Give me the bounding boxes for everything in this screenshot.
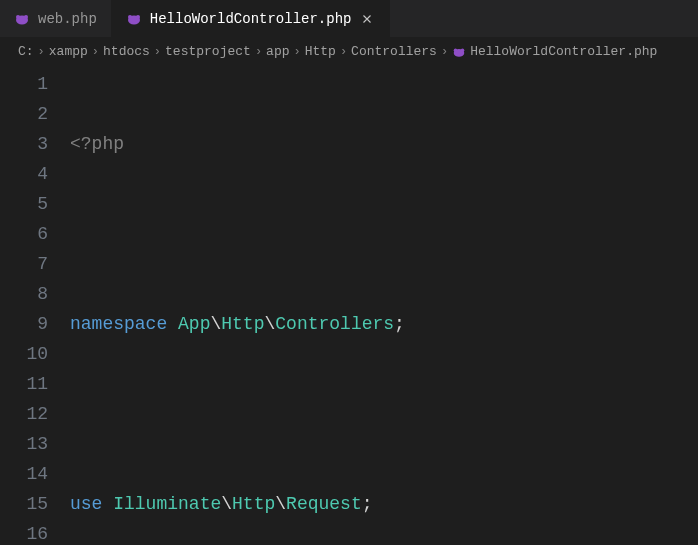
line-number: 13 xyxy=(0,429,48,459)
breadcrumb-item[interactable]: HelloWorldController.php xyxy=(452,44,657,59)
breadcrumb-item[interactable]: C: xyxy=(18,44,34,59)
breadcrumb: C: › xampp › htdocs › testproject › app … xyxy=(0,38,698,65)
chevron-right-icon: › xyxy=(340,45,347,59)
svg-point-1 xyxy=(16,15,20,19)
svg-point-7 xyxy=(454,48,458,52)
line-number: 16 xyxy=(0,519,48,545)
php-icon xyxy=(452,45,466,59)
breadcrumb-item[interactable]: testproject xyxy=(165,44,251,59)
line-number: 5 xyxy=(0,189,48,219)
tab-bar: web.php HelloWorldController.php xyxy=(0,0,698,38)
svg-point-8 xyxy=(461,48,465,52)
code-line xyxy=(70,219,698,249)
php-icon xyxy=(126,11,142,27)
breadcrumb-item[interactable]: htdocs xyxy=(103,44,150,59)
code-editor[interactable]: 1 2 3 4 5 6 7 8 9 10 11 12 13 14 15 16 <… xyxy=(0,65,698,545)
line-number: 3 xyxy=(0,129,48,159)
tab-label: web.php xyxy=(38,11,97,27)
line-number: 9 xyxy=(0,309,48,339)
chevron-right-icon: › xyxy=(441,45,448,59)
code-content[interactable]: <?php namespace App\Http\Controllers; us… xyxy=(70,69,698,545)
breadcrumb-item[interactable]: app xyxy=(266,44,289,59)
line-number: 15 xyxy=(0,489,48,519)
line-number: 8 xyxy=(0,279,48,309)
chevron-right-icon: › xyxy=(255,45,262,59)
code-line xyxy=(70,399,698,429)
line-number: 6 xyxy=(0,219,48,249)
breadcrumb-item[interactable]: Http xyxy=(305,44,336,59)
chevron-right-icon: › xyxy=(293,45,300,59)
close-icon[interactable] xyxy=(359,11,375,27)
line-number: 7 xyxy=(0,249,48,279)
breadcrumb-item[interactable]: Controllers xyxy=(351,44,437,59)
tab-web-php[interactable]: web.php xyxy=(0,0,112,37)
chevron-right-icon: › xyxy=(154,45,161,59)
line-numbers: 1 2 3 4 5 6 7 8 9 10 11 12 13 14 15 16 xyxy=(0,69,70,545)
line-number: 11 xyxy=(0,369,48,399)
chevron-right-icon: › xyxy=(38,45,45,59)
line-number: 1 xyxy=(0,69,48,99)
svg-point-4 xyxy=(128,15,132,19)
chevron-right-icon: › xyxy=(92,45,99,59)
svg-point-5 xyxy=(136,15,140,19)
svg-point-2 xyxy=(24,15,28,19)
breadcrumb-item[interactable]: xampp xyxy=(49,44,88,59)
tab-helloworld[interactable]: HelloWorldController.php xyxy=(112,0,391,37)
tab-label: HelloWorldController.php xyxy=(150,11,352,27)
code-line: use Illuminate\Http\Request; xyxy=(70,489,698,519)
line-number: 4 xyxy=(0,159,48,189)
code-line: <?php xyxy=(70,129,698,159)
line-number: 14 xyxy=(0,459,48,489)
line-number: 2 xyxy=(0,99,48,129)
code-line: namespace App\Http\Controllers; xyxy=(70,309,698,339)
line-number: 12 xyxy=(0,399,48,429)
php-icon xyxy=(14,11,30,27)
line-number: 10 xyxy=(0,339,48,369)
